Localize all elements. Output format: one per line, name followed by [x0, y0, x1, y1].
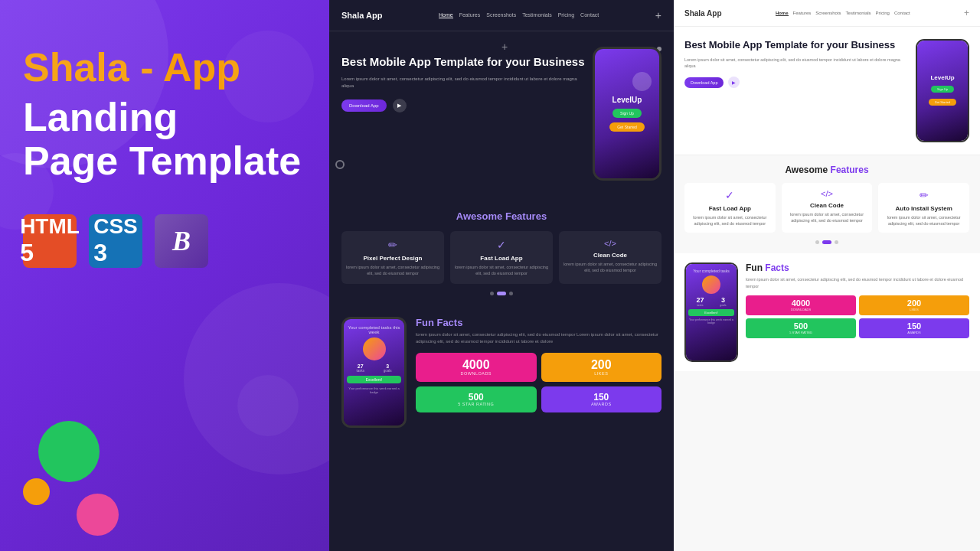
fun-desc-light: lorem ipsum dolor sit amet, consectetur …	[746, 276, 969, 289]
features-light: Awesome Features ✓ Fast Load App lorem i…	[674, 155, 980, 253]
nav-link-contact[interactable]: Contact	[580, 12, 599, 18]
nav-links-light: Home Features Screenshots Testimonials P…	[776, 11, 910, 16]
btn-download-dark[interactable]: Download App	[341, 99, 387, 112]
feature-card-pixel: ✏ Pixel Perfect Design lorem ipsum dolor…	[341, 231, 444, 284]
phone-small-logo: LevelUp	[930, 74, 954, 81]
title-landing: Landing	[23, 96, 306, 139]
dot-light-3	[835, 240, 838, 244]
btn-download-light[interactable]: Download App	[684, 77, 724, 88]
stat-rating-lbl-light: 5 STAR RATING	[750, 331, 852, 334]
feature-card-code: </> Clean Code lorem ipsum dolor sit ame…	[559, 231, 662, 284]
dot-1	[490, 292, 494, 295]
dot-light-2-active	[822, 240, 831, 244]
title-shala: Shala - App	[23, 45, 240, 90]
preview-dark: Shala App Home Features Screenshots Test…	[329, 0, 674, 551]
phone-logo: LevelUp	[612, 96, 642, 104]
stat-likes-number: 200	[547, 359, 656, 371]
fun-phone-task-label: Your completed tasks this week	[347, 325, 401, 334]
dot-light-1	[815, 240, 819, 244]
hero-light: Best Mobile App Template for your Busine…	[674, 27, 980, 155]
navbar-dark: Shala App Home Features Screenshots Test…	[329, 0, 674, 31]
stat-awards-number: 150	[547, 393, 656, 402]
nl-contact[interactable]: Contact	[894, 11, 910, 16]
preview-light: Shala App Home Features Screenshots Test…	[674, 0, 980, 551]
nav-link-testimonials[interactable]: Testimonials	[522, 12, 552, 18]
btn-play-dark[interactable]: ▶	[393, 99, 407, 112]
feature-card-fast-light: ✓ Fast Load App lorem ipsum dolor sit am…	[684, 183, 776, 233]
deco-circle-pink	[77, 494, 119, 536]
hero-light-text: Lorem ipsum dolor sit amet, consectetur …	[684, 57, 908, 70]
stat-awards-light: 150 AWARDS	[859, 318, 969, 338]
fun-title-dark: Fun Facts	[416, 317, 662, 328]
deco-circle-yellow	[23, 478, 50, 505]
nl-home[interactable]: Home	[776, 11, 789, 16]
feature-card-fast: ✓ Fast Load App lorem ipsum dolor sit am…	[450, 231, 553, 284]
phone-btn-yellow: Get Started	[609, 122, 645, 132]
feature-icon-fast-light: ✓	[688, 189, 772, 201]
stat-rating-num-light: 500	[750, 322, 852, 331]
nav-link-features[interactable]: Features	[459, 12, 481, 18]
fun-facts-dark: Your completed tasks this week 27 tasks …	[329, 306, 674, 439]
stat-downloads-number: 4000	[422, 359, 531, 371]
feature-icon-fast: ✓	[455, 239, 548, 251]
stat-awards: 150 AWARDS	[541, 386, 662, 412]
features-dark: Awesome Features ✏ Pixel Perfect Design …	[329, 200, 674, 306]
fun-desc-dark: lorem ipsum dolor sit amet, consectetur …	[416, 331, 662, 345]
nav-links-dark: Home Features Screenshots Testimonials P…	[439, 12, 599, 18]
title-page-template: Page Template	[23, 139, 306, 183]
nl-screenshots[interactable]: Screenshots	[815, 11, 841, 16]
nl-testimonials[interactable]: Testimonials	[846, 11, 871, 16]
phone-screen-dark: LevelUp Sign Up Get Started	[595, 49, 659, 178]
stat-awards-lbl-light: AWARDS	[863, 331, 965, 334]
features-heading-dark: Awesome Features	[341, 210, 662, 222]
stat-downloads-num-light: 4000	[750, 299, 852, 308]
fun-perf-light: Your performance this week earned a badg…	[688, 318, 734, 324]
feature-card-auto-light: ✏ Auto Install System lorem ipsum dolor …	[878, 183, 969, 233]
fun-stat-3-label: goals	[384, 369, 392, 373]
stat-likes-lbl-light: LIKES	[863, 308, 965, 311]
btn-play-light[interactable]: ▶	[728, 77, 740, 88]
phone-btn-green: Sign Up	[612, 109, 642, 118]
feature-name-code-light: Clean Code	[786, 202, 869, 209]
left-panel: Shala - App Landing Page Template HTML5 …	[0, 0, 329, 551]
fun-badge-light: Excellent!	[688, 309, 734, 316]
fun-badge: Excellent!	[347, 376, 401, 383]
deco-plus: +	[501, 41, 508, 53]
fun-stat-3-lbl-light: goals	[720, 304, 726, 307]
fun-avatar-light	[702, 276, 720, 294]
features-grid-light: ✓ Fast Load App lorem ipsum dolor sit am…	[684, 183, 969, 233]
stat-downloads-lbl-light: DOWNLOADS	[750, 308, 852, 311]
features-grid-dark: ✏ Pixel Perfect Design lorem ipsum dolor…	[341, 231, 662, 284]
fun-phone-light-stats: 27 tasks 3 goals	[688, 296, 734, 307]
nav-plus-dark: +	[655, 9, 662, 21]
stat-rating-light: 500 5 STAR RATING	[746, 318, 856, 338]
stat-awards-label: AWARDS	[547, 402, 656, 406]
feature-name-auto-light: Auto Install System	[882, 205, 965, 212]
stat-rating-label: 5 STAR RATING	[422, 402, 531, 406]
hero-text-dark: Lorem ipsum dolor sit amet, consectetur …	[341, 76, 585, 90]
fun-stat-3-light: 3	[720, 296, 726, 304]
stat-likes-light: 200 LIKES	[859, 295, 969, 315]
phone-mockup-dark: LevelUp Sign Up Get Started	[593, 47, 662, 181]
nl-features[interactable]: Features	[793, 11, 812, 16]
feature-name-pixel: Pixel Perfect Design	[346, 255, 439, 262]
feature-card-code-light: </> Clean Code lorem ipsum dolor sit ame…	[782, 183, 873, 233]
dot-3	[509, 292, 513, 295]
nav-link-pricing[interactable]: Pricing	[558, 12, 574, 18]
nl-pricing[interactable]: Pricing	[876, 11, 890, 16]
fun-stat-3: 3	[384, 364, 392, 369]
fun-content-dark: Fun Facts lorem ipsum dolor sit amet, co…	[416, 317, 662, 412]
phone-small-light: LevelUp Sign Up Get Started	[916, 39, 969, 142]
nav-link-screenshots[interactable]: Screenshots	[486, 12, 516, 18]
stat-likes-label: LIKES	[547, 371, 656, 376]
css3-icon: CSS3	[89, 214, 142, 268]
feature-name-code: Clean Code	[564, 252, 657, 259]
nav-link-home[interactable]: Home	[439, 12, 453, 18]
fun-stat-27-label: tasks	[356, 369, 364, 373]
nav-logo-light: Shala App	[684, 9, 722, 18]
hero-light-title: Best Mobile App Template for your Busine…	[684, 39, 908, 52]
fun-phone-light-screen: Your completed tasks 27 tasks 3 goals Ex…	[686, 264, 737, 360]
deco-circle-green	[38, 421, 100, 482]
phone-small-btn-green: Sign Up	[931, 86, 954, 93]
fun-stat-27-lbl-light: tasks	[696, 304, 704, 307]
